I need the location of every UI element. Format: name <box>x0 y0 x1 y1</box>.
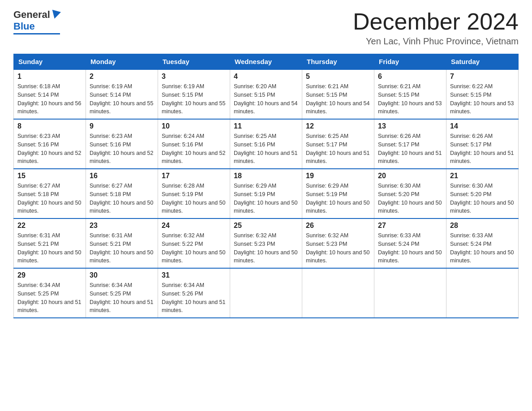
logo-blue-text: Blue <box>13 21 35 32</box>
day-number: 16 <box>90 172 154 180</box>
day-number: 29 <box>17 271 82 279</box>
logo-general-text: General <box>13 9 50 21</box>
day-info: Sunrise: 6:30 AMSunset: 5:20 PMDaylight:… <box>450 182 515 215</box>
logo-blue-part <box>50 11 60 19</box>
day-number: 5 <box>306 73 370 81</box>
day-number: 10 <box>162 122 226 130</box>
calendar-cell: 1Sunrise: 6:18 AMSunset: 5:14 PMDaylight… <box>14 69 86 119</box>
day-number: 28 <box>450 222 515 230</box>
day-number: 15 <box>17 172 82 180</box>
day-number: 13 <box>378 122 442 130</box>
calendar-cell: 3Sunrise: 6:19 AMSunset: 5:15 PMDaylight… <box>158 69 230 119</box>
calendar-cell <box>446 268 519 318</box>
calendar-cell: 10Sunrise: 6:24 AMSunset: 5:16 PMDayligh… <box>158 119 230 169</box>
day-number: 25 <box>234 222 298 230</box>
day-number: 6 <box>378 73 442 81</box>
day-number: 18 <box>234 172 298 180</box>
calendar-cell: 31Sunrise: 6:34 AMSunset: 5:26 PMDayligh… <box>158 268 230 318</box>
day-info: Sunrise: 6:20 AMSunset: 5:15 PMDaylight:… <box>234 82 298 116</box>
col-header-friday: Friday <box>374 54 446 70</box>
page-header: General Blue December 2024 Yen Lac, Vinh… <box>13 9 519 47</box>
day-number: 21 <box>450 172 515 180</box>
calendar-cell: 22Sunrise: 6:31 AMSunset: 5:21 PMDayligh… <box>14 218 86 268</box>
calendar-cell: 17Sunrise: 6:28 AMSunset: 5:19 PMDayligh… <box>158 169 230 218</box>
col-header-wednesday: Wednesday <box>230 54 302 70</box>
calendar-cell: 20Sunrise: 6:30 AMSunset: 5:20 PMDayligh… <box>374 169 446 218</box>
day-info: Sunrise: 6:32 AMSunset: 5:23 PMDaylight:… <box>234 231 298 265</box>
col-header-monday: Monday <box>86 54 158 70</box>
day-info: Sunrise: 6:31 AMSunset: 5:21 PMDaylight:… <box>90 231 154 265</box>
calendar-cell <box>374 268 446 318</box>
day-number: 31 <box>162 271 226 279</box>
calendar-cell: 29Sunrise: 6:34 AMSunset: 5:25 PMDayligh… <box>14 268 86 318</box>
calendar-cell: 5Sunrise: 6:21 AMSunset: 5:15 PMDaylight… <box>302 69 374 119</box>
day-info: Sunrise: 6:26 AMSunset: 5:17 PMDaylight:… <box>450 132 515 166</box>
calendar-cell: 23Sunrise: 6:31 AMSunset: 5:21 PMDayligh… <box>86 218 158 268</box>
day-number: 17 <box>162 172 226 180</box>
calendar-cell: 4Sunrise: 6:20 AMSunset: 5:15 PMDaylight… <box>230 69 302 119</box>
day-info: Sunrise: 6:19 AMSunset: 5:15 PMDaylight:… <box>162 82 226 116</box>
day-info: Sunrise: 6:19 AMSunset: 5:14 PMDaylight:… <box>90 82 154 116</box>
day-info: Sunrise: 6:21 AMSunset: 5:15 PMDaylight:… <box>306 82 370 116</box>
day-info: Sunrise: 6:30 AMSunset: 5:20 PMDaylight:… <box>378 182 442 215</box>
day-info: Sunrise: 6:24 AMSunset: 5:16 PMDaylight:… <box>162 132 226 166</box>
day-info: Sunrise: 6:34 AMSunset: 5:25 PMDaylight:… <box>17 281 82 315</box>
day-info: Sunrise: 6:33 AMSunset: 5:24 PMDaylight:… <box>378 231 442 265</box>
calendar-cell: 9Sunrise: 6:23 AMSunset: 5:16 PMDaylight… <box>86 119 158 169</box>
day-info: Sunrise: 6:27 AMSunset: 5:18 PMDaylight:… <box>90 182 154 215</box>
day-number: 19 <box>306 172 370 180</box>
logo-triangle-icon <box>50 10 61 20</box>
day-info: Sunrise: 6:23 AMSunset: 5:16 PMDaylight:… <box>90 132 154 166</box>
calendar-week-row: 29Sunrise: 6:34 AMSunset: 5:25 PMDayligh… <box>14 268 519 318</box>
day-info: Sunrise: 6:29 AMSunset: 5:19 PMDaylight:… <box>234 182 298 215</box>
day-info: Sunrise: 6:28 AMSunset: 5:19 PMDaylight:… <box>162 182 226 215</box>
day-number: 23 <box>90 222 154 230</box>
day-number: 14 <box>450 122 515 130</box>
day-info: Sunrise: 6:32 AMSunset: 5:22 PMDaylight:… <box>162 231 226 265</box>
calendar-cell: 25Sunrise: 6:32 AMSunset: 5:23 PMDayligh… <box>230 218 302 268</box>
day-number: 9 <box>90 122 154 130</box>
day-info: Sunrise: 6:22 AMSunset: 5:15 PMDaylight:… <box>450 82 515 116</box>
day-info: Sunrise: 6:27 AMSunset: 5:18 PMDaylight:… <box>17 182 82 215</box>
calendar-cell: 7Sunrise: 6:22 AMSunset: 5:15 PMDaylight… <box>446 69 519 119</box>
day-number: 1 <box>17 73 82 81</box>
calendar-cell: 24Sunrise: 6:32 AMSunset: 5:22 PMDayligh… <box>158 218 230 268</box>
calendar-cell: 16Sunrise: 6:27 AMSunset: 5:18 PMDayligh… <box>86 169 158 218</box>
day-number: 27 <box>378 222 442 230</box>
calendar-cell: 30Sunrise: 6:34 AMSunset: 5:25 PMDayligh… <box>86 268 158 318</box>
day-info: Sunrise: 6:23 AMSunset: 5:16 PMDaylight:… <box>17 132 82 166</box>
calendar-cell: 27Sunrise: 6:33 AMSunset: 5:24 PMDayligh… <box>374 218 446 268</box>
calendar-cell <box>230 268 302 318</box>
calendar-cell: 28Sunrise: 6:33 AMSunset: 5:24 PMDayligh… <box>446 218 519 268</box>
month-title: December 2024 <box>353 9 519 34</box>
col-header-saturday: Saturday <box>446 54 519 70</box>
col-header-sunday: Sunday <box>14 54 86 70</box>
title-area: December 2024 Yen Lac, Vinh Phuc Provinc… <box>353 9 519 47</box>
location-subtitle: Yen Lac, Vinh Phuc Province, Vietnam <box>353 36 519 47</box>
calendar-week-row: 1Sunrise: 6:18 AMSunset: 5:14 PMDaylight… <box>14 69 519 119</box>
day-number: 8 <box>17 122 82 130</box>
calendar-table: SundayMondayTuesdayWednesdayThursdayFrid… <box>13 54 519 318</box>
day-info: Sunrise: 6:32 AMSunset: 5:23 PMDaylight:… <box>306 231 370 265</box>
day-info: Sunrise: 6:26 AMSunset: 5:17 PMDaylight:… <box>378 132 442 166</box>
day-number: 30 <box>90 271 154 279</box>
col-header-thursday: Thursday <box>302 54 374 70</box>
calendar-cell: 19Sunrise: 6:29 AMSunset: 5:19 PMDayligh… <box>302 169 374 218</box>
col-header-tuesday: Tuesday <box>158 54 230 70</box>
day-number: 2 <box>90 73 154 81</box>
calendar-week-row: 8Sunrise: 6:23 AMSunset: 5:16 PMDaylight… <box>14 119 519 169</box>
day-number: 20 <box>378 172 442 180</box>
calendar-cell: 21Sunrise: 6:30 AMSunset: 5:20 PMDayligh… <box>446 169 519 218</box>
calendar-week-row: 15Sunrise: 6:27 AMSunset: 5:18 PMDayligh… <box>14 169 519 218</box>
calendar-week-row: 22Sunrise: 6:31 AMSunset: 5:21 PMDayligh… <box>14 218 519 268</box>
calendar-cell: 18Sunrise: 6:29 AMSunset: 5:19 PMDayligh… <box>230 169 302 218</box>
day-info: Sunrise: 6:34 AMSunset: 5:25 PMDaylight:… <box>90 281 154 315</box>
day-info: Sunrise: 6:31 AMSunset: 5:21 PMDaylight:… <box>17 231 82 265</box>
day-info: Sunrise: 6:21 AMSunset: 5:15 PMDaylight:… <box>378 82 442 116</box>
day-info: Sunrise: 6:34 AMSunset: 5:26 PMDaylight:… <box>162 281 226 315</box>
calendar-cell: 2Sunrise: 6:19 AMSunset: 5:14 PMDaylight… <box>86 69 158 119</box>
calendar-cell: 11Sunrise: 6:25 AMSunset: 5:16 PMDayligh… <box>230 119 302 169</box>
day-info: Sunrise: 6:18 AMSunset: 5:14 PMDaylight:… <box>17 82 82 116</box>
day-number: 11 <box>234 122 298 130</box>
day-number: 24 <box>162 222 226 230</box>
